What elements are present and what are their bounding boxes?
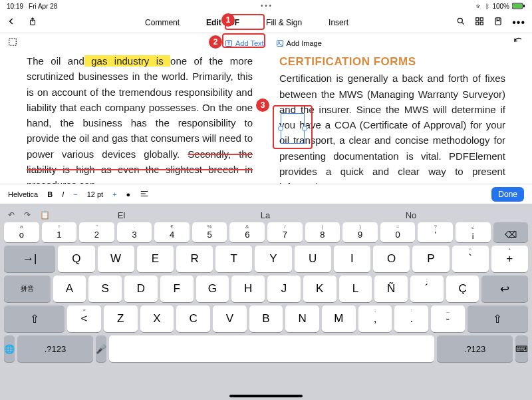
suggestion-1[interactable]: El xyxy=(118,210,126,220)
key-Z[interactable]: Z xyxy=(104,305,138,332)
key-¡[interactable]: ¿¡ xyxy=(456,222,491,242)
home-indicator[interactable] xyxy=(229,395,303,397)
bookmark-icon[interactable] xyxy=(493,17,503,29)
key-V[interactable]: V xyxy=(213,305,247,332)
suggestion-3[interactable]: No xyxy=(406,210,417,220)
key-tab[interactable]: →| xyxy=(4,246,55,272)
kb-undo-icon[interactable]: ↶ xyxy=(8,210,15,220)
italic-button[interactable]: I xyxy=(62,190,64,198)
key-plus[interactable]: *+ xyxy=(491,246,528,272)
key-N[interactable]: N xyxy=(285,305,319,332)
key-W[interactable]: W xyxy=(98,246,134,272)
key-hide-keyboard[interactable]: ⌨ xyxy=(515,335,528,362)
key-T[interactable]: T xyxy=(215,246,252,272)
key-S[interactable]: S xyxy=(88,276,122,302)
add-image-button[interactable]: Add Image xyxy=(276,39,322,47)
key-8[interactable]: (8 xyxy=(305,222,340,242)
document-content[interactable]: The oil and gas industry is one of the m… xyxy=(0,53,532,184)
key-4[interactable]: €4 xyxy=(154,222,190,242)
color-button[interactable]: ● xyxy=(126,190,131,198)
key-shift-right[interactable]: ⇧ xyxy=(467,305,528,332)
key-5[interactable]: %5 xyxy=(192,222,227,242)
status-time: 10:19 xyxy=(7,3,23,10)
key-U[interactable]: U xyxy=(295,246,331,272)
key-backspace[interactable]: ⌫ xyxy=(493,222,529,242)
svg-rect-2 xyxy=(523,5,525,7)
key-9[interactable]: )9 xyxy=(342,222,378,242)
body-text: one of the more scrutinized businesses i… xyxy=(27,55,253,160)
key-Ñ[interactable]: Ñ xyxy=(374,276,408,302)
key-6[interactable]: &6 xyxy=(229,222,265,242)
highlighted-text: gas industry is xyxy=(84,55,170,67)
key-Q[interactable]: Q xyxy=(58,246,94,272)
key-period[interactable]: :. xyxy=(394,305,428,332)
key-D[interactable]: D xyxy=(124,276,158,302)
key-o[interactable]: ao xyxy=(4,222,39,242)
key-acute[interactable]: ;´ xyxy=(410,276,444,302)
key-'[interactable]: ?' xyxy=(418,222,453,242)
key-J[interactable]: J xyxy=(267,276,301,302)
key-mic[interactable]: 🎤 xyxy=(96,335,106,362)
key-7[interactable]: /7 xyxy=(267,222,303,242)
font-size-down[interactable]: − xyxy=(73,190,77,198)
key-P[interactable]: P xyxy=(412,246,449,272)
align-button[interactable] xyxy=(140,189,149,200)
svg-rect-7 xyxy=(476,22,479,25)
key-alt-right[interactable]: .?123 xyxy=(437,335,513,362)
kb-redo-icon[interactable]: ↷ xyxy=(24,210,31,220)
key-1[interactable]: !1 xyxy=(42,222,77,242)
key-B[interactable]: B xyxy=(249,305,283,332)
key-pinyin[interactable]: 拼音 xyxy=(4,276,51,302)
more-icon[interactable]: ••• xyxy=(512,17,525,29)
key-G[interactable]: G xyxy=(196,276,229,302)
tab-insert[interactable]: Insert xyxy=(329,18,348,27)
share-button[interactable] xyxy=(28,17,37,29)
key-H[interactable]: H xyxy=(231,276,265,302)
key-O[interactable]: O xyxy=(373,246,410,272)
key-0[interactable]: =0 xyxy=(380,222,416,242)
key-globe[interactable]: 🌐 xyxy=(4,335,15,362)
key-C-cedilla[interactable]: Ç xyxy=(446,276,479,302)
bold-button[interactable]: B xyxy=(47,190,53,198)
key-C[interactable]: C xyxy=(176,305,210,332)
key-space[interactable] xyxy=(109,335,434,362)
done-button[interactable]: Done xyxy=(491,187,524,202)
key-angle[interactable]: >< xyxy=(67,305,101,332)
key-accent-grave[interactable]: ^` xyxy=(452,246,489,272)
svg-rect-6 xyxy=(480,17,483,20)
key-alt-left[interactable]: .?123 xyxy=(17,335,93,362)
back-button[interactable] xyxy=(7,17,16,29)
font-name[interactable]: Helvetica xyxy=(8,190,38,198)
search-icon[interactable] xyxy=(456,17,466,29)
kb-clipboard-icon[interactable]: 📋 xyxy=(40,210,50,220)
key-A[interactable]: A xyxy=(53,276,86,302)
body-text: Certification is generally a back and fo… xyxy=(279,71,505,184)
undo-button[interactable] xyxy=(513,37,524,50)
key-enter[interactable]: ↩ xyxy=(481,276,528,302)
key-I[interactable]: I xyxy=(334,246,370,272)
svg-point-4 xyxy=(458,18,463,23)
suggestion-2[interactable]: La xyxy=(261,210,270,220)
status-date: Fri Apr 28 xyxy=(29,3,57,10)
key-R[interactable]: R xyxy=(176,246,213,272)
key-dash[interactable]: _- xyxy=(431,305,465,332)
font-size-up[interactable]: + xyxy=(112,190,116,198)
key-F[interactable]: F xyxy=(160,276,194,302)
key-K[interactable]: K xyxy=(303,276,336,302)
key-comma[interactable]: ;, xyxy=(358,305,392,332)
key-L[interactable]: L xyxy=(339,276,372,302)
key-shift-left[interactable]: ⇧ xyxy=(4,305,65,332)
key-Y[interactable]: Y xyxy=(255,246,291,272)
key-2[interactable]: "2 xyxy=(79,222,114,242)
grid-icon[interactable] xyxy=(475,17,484,29)
selection-tool-icon[interactable] xyxy=(8,37,17,49)
notch-icon: • • • xyxy=(261,2,271,9)
tab-comment[interactable]: Comment xyxy=(145,18,180,27)
key-M[interactable]: M xyxy=(322,305,356,332)
battery-label: 100% xyxy=(492,3,509,10)
redbox-add-text xyxy=(222,33,265,48)
tab-fill-sign[interactable]: Fill & Sign xyxy=(266,18,302,27)
key-E[interactable]: E xyxy=(137,246,174,272)
key-3[interactable]: .3 xyxy=(117,222,152,242)
key-X[interactable]: X xyxy=(140,305,174,332)
